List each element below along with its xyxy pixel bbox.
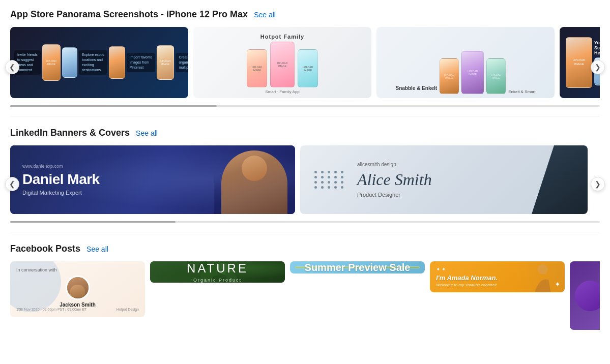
facebook-header: Facebook Posts See all [10,244,600,254]
facebook-item-summer[interactable]: Summer Preview Sale [290,261,425,274]
chevron-right-icon-2: ❯ [595,180,601,188]
alice-dot [314,171,317,173]
daniel-head [242,156,267,181]
pano3-phones: UPLOADIMAGE UPLOADIMAGE UPLOADIMAGE [440,51,506,94]
chevron-left-icon-2: ❮ [9,180,15,188]
facebook-item-amada[interactable]: ✦ ✦ I'm Amada Norman. Welcome to my Yout… [430,261,565,292]
alice-dot [328,186,330,189]
panorama-title: App Store Panorama Screenshots - iPhone … [10,9,248,20]
alice-dot [334,181,337,184]
panorama-see-all[interactable]: See all [254,11,276,19]
alice-url: alicesmith.design [357,162,396,167]
alice-dot [328,176,330,178]
fb-amada-stars: ✦ ✦ [436,266,446,272]
pano3-brand: Enkelt & Smart [508,89,535,94]
fb-nature-sub: Organic Product [193,278,242,283]
linkedin-scroll-thumb [10,221,176,223]
alice-dot [314,181,317,184]
facebook-item-conversation[interactable]: In conversation with Jackson Smith 15th … [10,261,145,317]
pano1-phone1: UPLOADIMAGE [42,44,61,81]
pano3-phone2: UPLOADIMAGE [461,51,484,94]
alice-dot [334,176,337,178]
panorama-scroll-right[interactable]: ❯ [591,60,605,74]
panorama-scroll-indicator [10,105,600,107]
alice-dot [321,181,324,184]
fb-conv-name: Jackson Smith [16,302,139,308]
amada-plus-icon: ✦ [555,280,561,288]
svg-point-5 [538,264,548,275]
linkedin-scroll-container: ❮ www.danielexp.com Daniel Mark Digital … [10,145,600,223]
panorama-item-3[interactable]: Snabble & Enkelt UPLOADIMAGE UPLOADIMAGE… [376,27,555,98]
linkedin-header: LinkedIn Banners & Covers See all [10,128,600,138]
pano2-phone2: UPLOADIMAGE [270,42,295,87]
panorama-item-2[interactable]: Hotpot Family UPLOADIMAGE UPLOADIMAGE UP… [193,27,371,98]
fb-summer-text: Summer Preview Sale [305,261,411,274]
panorama-item-1[interactable]: Invite friendsto suggestideas andcomment… [10,27,188,98]
facebook-scroll-container: In conversation with Jackson Smith 15th … [10,261,600,334]
pano2-phone1: UPLOADIMAGE [247,49,267,87]
linkedin-scroll-indicator [10,221,600,223]
pano1-text3: Import favoriteimages fromPinterest [127,53,156,72]
facebook-scroll-row[interactable]: In conversation with Jackson Smith 15th … [10,261,600,334]
banner-daniel-url: www.danielexp.com [22,164,100,169]
banner-daniel-name: Daniel Mark [22,172,100,188]
linkedin-title: LinkedIn Banners & Covers [10,128,130,138]
daniel-person-shape [221,150,287,214]
fb-conv-avatar [66,276,90,300]
panorama-scroll-row[interactable]: Invite friendsto suggestideas andcomment… [10,27,600,102]
alice-dot [328,171,330,173]
purple-circle [575,281,600,311]
linkedin-banner-alice[interactable]: alicesmith.design Alice Smith Product De… [300,145,588,214]
pano1-phone2 [62,47,77,78]
fb-conv-footer: 15th Nov 2020 - 02:00pm PST / 09:00am ET… [16,308,139,311]
pano2-phone3: UPLOADIMAGE [298,49,318,87]
alice-dot [314,176,317,178]
panorama-scroll-thumb [10,105,217,107]
banner-daniel-person [214,145,295,214]
alice-dots [314,171,345,189]
fb-amada-sub: Welcome to my Youtube channel! [436,283,497,287]
fb-conv-header: In conversation with [16,267,139,272]
pano1-phone3 [109,46,125,79]
divider-2 [10,232,600,232]
banner-daniel-text: www.danielexp.com Daniel Mark Digital Ma… [10,145,112,214]
avatar-image [67,277,89,298]
linkedin-banner-daniel[interactable]: www.danielexp.com Daniel Mark Digital Ma… [10,145,295,214]
chevron-right-icon: ❯ [595,63,601,71]
pano1-phone4: UPLOADIMAGE [157,45,174,80]
alice-dot [334,171,337,173]
pano1-text4: Create andorganizemultiple trips [176,53,188,72]
facebook-see-all[interactable]: See all [86,245,108,253]
linkedin-scroll-left[interactable]: ❮ [5,177,19,191]
chevron-left-icon: ❮ [9,63,15,71]
banner-daniel-title: Digital Marketing Expert [22,190,100,196]
alice-title: Product Designer [357,192,400,198]
linkedin-scroll-right[interactable]: ❯ [591,177,605,191]
pano3-phone3: UPLOADIMAGE [486,58,506,94]
alice-dot [321,186,324,189]
pano4-phone1: UPLOADIMAGE [566,37,592,88]
pano3-phone1: UPLOADIMAGE [440,58,459,94]
linkedin-scroll-row[interactable]: www.danielexp.com Daniel Mark Digital Ma… [10,145,600,218]
linkedin-see-all[interactable]: See all [136,129,158,137]
alice-name: Alice Smith [357,171,432,188]
alice-dot [321,176,324,178]
alice-dot [328,181,330,184]
alice-dot [321,171,324,173]
panorama-scroll-left[interactable]: ❮ [5,60,19,74]
linkedin-section: LinkedIn Banners & Covers See all ❮ www.… [0,118,610,230]
panorama-scroll-container: ❮ Invite friendsto suggestideas andcomme… [10,27,600,107]
panorama-header: App Store Panorama Screenshots - iPhone … [10,9,600,20]
alice-dot [341,171,343,173]
facebook-item-nature[interactable]: NATURE Organic Product [150,261,285,283]
alice-dot [314,186,317,189]
alice-dot [341,186,343,189]
facebook-item-purple[interactable] [570,261,600,330]
panorama-section: App Store Panorama Screenshots - iPhone … [0,0,610,114]
facebook-section: Facebook Posts See all In conversation w… [0,234,610,339]
alice-dot [341,176,343,178]
fb-conv-brand: Hotpot Design [117,308,139,311]
pano3-header: Snabble & Enkelt [395,85,437,94]
alice-dot [334,186,337,189]
pano2-content: Hotpot Family UPLOADIMAGE UPLOADIMAGE UP… [247,34,318,94]
